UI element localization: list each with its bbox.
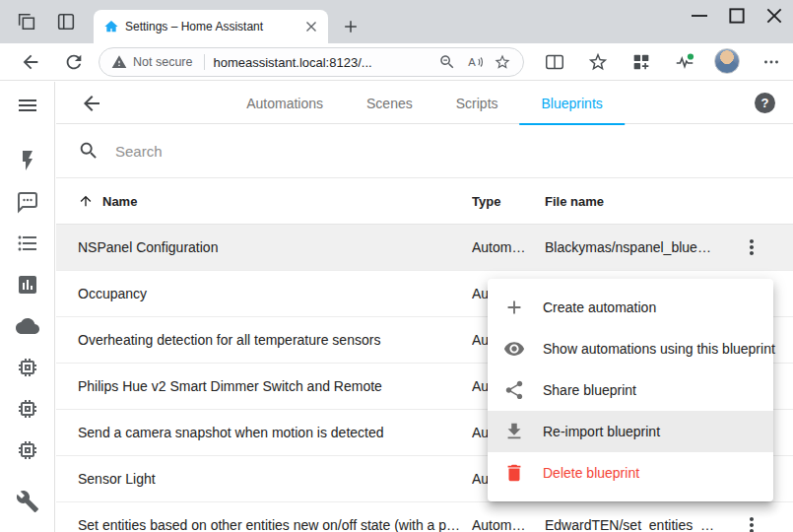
url-text[interactable]: homeassistant.local:8123/... [213, 55, 429, 70]
search-input[interactable] [113, 142, 429, 161]
close-button[interactable] [756, 0, 793, 32]
sidebar-integration-chip-icon[interactable] [16, 356, 39, 379]
address-divider [204, 54, 205, 70]
security-label[interactable]: Not secure [133, 55, 192, 69]
favorite-star-icon[interactable] [494, 53, 511, 71]
row-overflow-menu-button[interactable] [740, 513, 763, 532]
menu-item-create-automation[interactable]: Create automation [488, 287, 773, 328]
import-download-icon [503, 421, 525, 442]
column-header-type[interactable]: Type [472, 194, 545, 209]
sidebar-cloud-icon[interactable] [16, 314, 39, 338]
settings-menu-icon[interactable] [760, 51, 782, 73]
trash-icon [503, 462, 525, 484]
row-type: Autom… [472, 517, 545, 532]
column-label-name: Name [102, 194, 137, 209]
read-aloud-icon[interactable]: A [466, 53, 484, 71]
tab-automations[interactable]: Automations [225, 82, 345, 125]
share-icon [503, 379, 525, 401]
sort-ascending-icon [78, 193, 94, 209]
search-icon [78, 140, 99, 162]
menu-item-label: Show automations using this blueprint [543, 341, 775, 357]
ha-header: Automations Scenes Scripts Blueprints ? [56, 82, 793, 124]
ha-sidebar [0, 82, 55, 532]
column-header-file[interactable]: File name [545, 194, 728, 209]
refresh-button[interactable] [63, 51, 85, 73]
new-tab-button[interactable] [341, 17, 361, 36]
ha-back-icon[interactable] [80, 92, 103, 115]
row-name: Philips Hue v2 Smart Dimmer Switch and R… [78, 378, 472, 394]
sidebar-integration-chip-icon[interactable] [16, 438, 39, 462]
row-name: Overheating detection for all temperatur… [78, 332, 472, 348]
row-name: Set entities based on other entities new… [78, 517, 472, 532]
search-row [56, 124, 793, 178]
tab-scenes[interactable]: Scenes [345, 82, 434, 125]
browser-titlebar: Settings – Home Assistant [0, 0, 793, 43]
menu-item-share-blueprint[interactable]: Share blueprint [488, 369, 773, 411]
eye-icon [503, 338, 525, 360]
row-name: Occupancy [78, 286, 472, 301]
workspaces-icon[interactable] [16, 11, 37, 33]
menu-item-reimport-blueprint[interactable]: Re-import blueprint [488, 411, 773, 452]
row-context-menu: Create automation Show automations using… [488, 279, 773, 501]
tab-close-icon[interactable] [302, 18, 320, 35]
menu-item-label: Share blueprint [543, 382, 636, 398]
minimize-button[interactable] [681, 0, 718, 32]
not-secure-warning-icon[interactable] [111, 54, 127, 70]
browser-tab[interactable]: Settings – Home Assistant [94, 10, 328, 43]
favorites-hub-icon[interactable] [587, 51, 609, 73]
browser-toolbar: Not secure homeassistant.local:8123/... … [0, 43, 793, 81]
window-controls [681, 0, 793, 32]
column-header-name[interactable]: Name [78, 193, 472, 209]
tab-title: Settings – Home Assistant [125, 20, 297, 33]
row-name: Send a camera snapshot when motion is de… [78, 425, 472, 440]
row-type: Autom… [472, 239, 545, 255]
sidebar-menu-icon[interactable] [16, 94, 39, 117]
row-file: Blackymas/nspanel_blueprin… [545, 239, 728, 255]
menu-item-label: Create automation [543, 299, 656, 315]
help-button[interactable]: ? [755, 93, 775, 113]
row-overflow-menu-button[interactable] [740, 235, 763, 259]
split-screen-icon[interactable] [544, 51, 565, 73]
back-button[interactable] [20, 51, 41, 73]
row-file: EdwardTEN/set_entities_bas… [545, 517, 728, 532]
maximize-button[interactable] [718, 0, 756, 32]
profile-avatar[interactable] [714, 48, 740, 74]
sidebar-developer-tools-icon[interactable] [16, 490, 39, 513]
plus-icon [503, 297, 525, 318]
home-assistant-favicon [103, 19, 119, 34]
address-bar[interactable]: Not secure homeassistant.local:8123/... … [99, 47, 524, 77]
menu-item-label: Delete blueprint [543, 465, 639, 481]
sidebar-assist-chat-icon[interactable] [16, 190, 39, 214]
table-header-row: Name Type File name [56, 178, 793, 225]
browser-window: Settings – Home Assistant Not secure [0, 0, 793, 532]
ha-tab-bar: Automations Scenes Scripts Blueprints [225, 82, 625, 125]
sidebar-integration-chip-icon[interactable] [16, 397, 39, 421]
svg-text:A: A [468, 56, 476, 68]
tab-blueprints[interactable]: Blueprints [520, 82, 625, 125]
sidebar-history-chart-icon[interactable] [16, 273, 39, 297]
sidebar-logbook-list-icon[interactable] [16, 232, 39, 255]
menu-item-show-automations[interactable]: Show automations using this blueprint [488, 328, 773, 369]
browser-essentials-icon[interactable] [674, 51, 695, 73]
sidebar-energy-icon[interactable] [16, 149, 39, 172]
zoom-icon[interactable] [438, 53, 456, 71]
tab-scripts[interactable]: Scripts [434, 82, 520, 125]
table-row[interactable]: Set entities based on other entities new… [56, 502, 793, 532]
collections-icon[interactable] [630, 51, 652, 73]
menu-item-label: Re-import blueprint [543, 424, 660, 439]
menu-item-delete-blueprint[interactable]: Delete blueprint [488, 452, 773, 494]
row-name: Sensor Light [78, 471, 472, 487]
home-assistant-page: Automations Scenes Scripts Blueprints ? [0, 82, 793, 532]
table-row[interactable]: NSPanel Configuration Autom… Blackymas/n… [56, 225, 793, 271]
tab-actions-icon[interactable] [55, 11, 77, 33]
row-name: NSPanel Configuration [78, 239, 472, 255]
